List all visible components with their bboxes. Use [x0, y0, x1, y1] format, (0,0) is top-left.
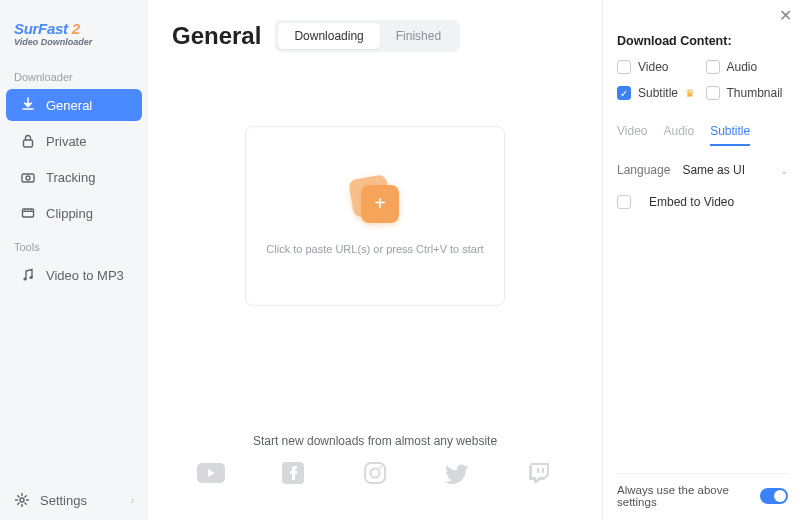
- camera-icon: [20, 169, 36, 185]
- toggle-knob: [774, 490, 786, 502]
- app-logo: SurFast 2 Video Downloader: [0, 14, 148, 61]
- checkbox-icon[interactable]: [706, 60, 720, 74]
- download-icon: [20, 97, 36, 113]
- subtab-subtitle[interactable]: Subtitle: [710, 124, 750, 146]
- facebook-icon[interactable]: [279, 462, 307, 484]
- subtab-audio[interactable]: Audio: [663, 124, 694, 146]
- option-label: Subtitle: [638, 86, 678, 100]
- svg-point-6: [20, 498, 24, 502]
- tab-downloading[interactable]: Downloading: [278, 23, 379, 49]
- option-label: Video: [638, 60, 668, 74]
- content-subtabs: Video Audio Subtitle: [617, 124, 788, 147]
- twitch-icon[interactable]: [525, 462, 553, 484]
- close-icon[interactable]: ✕: [779, 6, 792, 25]
- svg-point-4: [23, 277, 26, 280]
- option-subtitle[interactable]: ✓ Subtitle ♛: [617, 86, 700, 100]
- gear-icon: [14, 492, 30, 508]
- twitter-icon[interactable]: [443, 462, 471, 484]
- main-area: General Downloading Finished + Click to …: [148, 0, 602, 520]
- site-caption: Start new downloads from almost any webs…: [172, 434, 578, 448]
- svg-point-2: [26, 176, 30, 180]
- sidebar-item-clipping[interactable]: Clipping: [6, 197, 142, 229]
- sidebar-item-label: Clipping: [46, 206, 93, 221]
- chevron-right-icon: ›: [131, 495, 134, 506]
- sidebar-item-video-to-mp3[interactable]: Video to MP3: [6, 259, 142, 291]
- embed-option[interactable]: Embed to Video: [617, 195, 788, 209]
- svg-point-10: [371, 469, 380, 478]
- svg-point-11: [379, 466, 381, 468]
- add-icon: +: [349, 175, 401, 227]
- sidebar-item-label: General: [46, 98, 92, 113]
- subtab-video[interactable]: Video: [617, 124, 647, 146]
- logo-version: 2: [72, 20, 80, 37]
- crown-icon: ♛: [685, 87, 695, 100]
- sidebar-section-tools: Tools: [0, 231, 148, 257]
- checkbox-icon[interactable]: [706, 86, 720, 100]
- language-select[interactable]: Same as UI ⌄: [682, 163, 788, 177]
- chevron-down-icon: ⌄: [780, 165, 788, 176]
- language-label: Language: [617, 163, 670, 177]
- settings-label: Settings: [40, 493, 87, 508]
- sidebar-item-label: Private: [46, 134, 86, 149]
- film-icon: [20, 205, 36, 221]
- language-value: Same as UI: [682, 163, 745, 177]
- option-video[interactable]: Video: [617, 60, 700, 74]
- sidebar-settings[interactable]: Settings ›: [0, 480, 148, 520]
- always-use-toggle[interactable]: [760, 488, 788, 504]
- download-content-panel: ✕ Download Content: Video Audio ✓ Subtit…: [602, 0, 800, 520]
- page-title: General: [172, 22, 261, 50]
- svg-rect-9: [365, 463, 385, 483]
- checkbox-icon[interactable]: [617, 60, 631, 74]
- sidebar-item-label: Video to MP3: [46, 268, 124, 283]
- embed-label: Embed to Video: [649, 195, 734, 209]
- checkbox-icon[interactable]: ✓: [617, 86, 631, 100]
- tab-finished[interactable]: Finished: [380, 23, 457, 49]
- option-label: Audio: [727, 60, 758, 74]
- sidebar: SurFast 2 Video Downloader Downloader Ge…: [0, 0, 148, 520]
- logo-subtitle: Video Downloader: [14, 37, 134, 47]
- sidebar-section-downloader: Downloader: [0, 61, 148, 87]
- status-tabs: Downloading Finished: [275, 20, 460, 52]
- sidebar-item-general[interactable]: General: [6, 89, 142, 121]
- svg-point-5: [29, 276, 32, 279]
- lock-icon: [20, 133, 36, 149]
- panel-title: Download Content:: [617, 34, 788, 48]
- svg-rect-1: [22, 174, 34, 182]
- option-thumbnail[interactable]: Thumbnail: [706, 86, 789, 100]
- youtube-icon[interactable]: [197, 462, 225, 484]
- sidebar-item-tracking[interactable]: Tracking: [6, 161, 142, 193]
- option-label: Thumbnail: [727, 86, 783, 100]
- sidebar-item-private[interactable]: Private: [6, 125, 142, 157]
- svg-rect-0: [24, 140, 33, 147]
- footer-label: Always use the above settings: [617, 484, 760, 508]
- dropzone-hint: Click to paste URL(s) or press Ctrl+V to…: [266, 241, 483, 258]
- instagram-icon[interactable]: [361, 462, 389, 484]
- music-icon: [20, 267, 36, 283]
- sidebar-item-label: Tracking: [46, 170, 95, 185]
- url-dropzone[interactable]: + Click to paste URL(s) or press Ctrl+V …: [245, 126, 505, 306]
- logo-brand: SurFast: [14, 20, 68, 37]
- checkbox-icon[interactable]: [617, 195, 631, 209]
- option-audio[interactable]: Audio: [706, 60, 789, 74]
